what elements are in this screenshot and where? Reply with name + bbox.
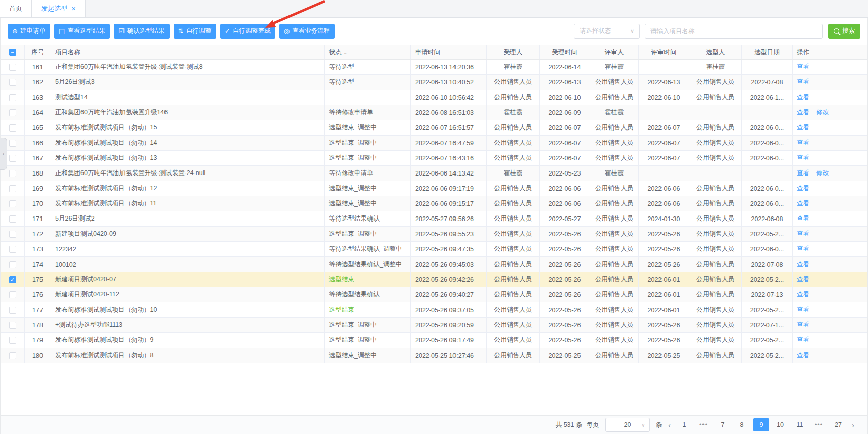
row-checkbox[interactable] — [9, 94, 16, 101]
view-link[interactable]: 查看 — [797, 230, 809, 238]
page-ellipsis[interactable]: ••• — [695, 418, 712, 431]
view-link[interactable]: 查看 — [797, 306, 809, 314]
self-adjust-complete-button[interactable]: ✓ 自行调整完成 — [220, 24, 275, 39]
search-icon — [834, 28, 839, 34]
actions-cell: 查看 — [793, 181, 867, 196]
handle-time-cell: 2022-06-13 — [540, 75, 590, 90]
col-header-seq: 序号 — [25, 45, 51, 59]
toolbar-buttons: ⊕ 建申请单 ▤ 查看选型结果 ☑ 确认选型结果 ⇅ 自行调整 ✓ 自行调整完成… — [8, 24, 339, 39]
view-link[interactable]: 查看 — [797, 199, 809, 208]
table-row: 168 正和集团60万吨年汽油加氢装置升级-测试装置-24-null 等待修改申… — [1, 166, 867, 181]
review-time-cell — [639, 60, 689, 74]
selector-cell: 公用销售人员 — [689, 333, 742, 348]
row-checkbox[interactable] — [9, 291, 16, 298]
row-checkbox[interactable] — [9, 337, 16, 344]
reviewer-cell: 公用销售人员 — [590, 136, 639, 150]
project-name-cell: 5月26日测试3 — [51, 75, 325, 90]
collapse-drawer-handle[interactable]: ‹ — [0, 138, 7, 170]
edit-link[interactable]: 修改 — [816, 169, 829, 178]
view-link[interactable]: 查看 — [797, 260, 809, 269]
seq-cell: 169 — [25, 181, 51, 196]
close-icon[interactable]: ✕ — [71, 6, 76, 12]
view-link[interactable]: 查看 — [797, 123, 809, 132]
row-checkbox[interactable] — [9, 231, 16, 238]
view-link[interactable]: 查看 — [797, 214, 809, 223]
view-link[interactable]: 查看 — [797, 63, 809, 71]
row-checkbox[interactable] — [9, 200, 16, 207]
view-link[interactable]: 查看 — [797, 169, 809, 178]
tab-home[interactable]: 首页 — [0, 0, 32, 17]
view-link[interactable]: 查看 — [797, 336, 809, 344]
project-name-cell: 新建项目测试0420-09 — [51, 227, 325, 241]
view-link[interactable]: 查看 — [797, 108, 809, 117]
tab-initiate-selection[interactable]: 发起选型 ✕ — [32, 0, 86, 17]
view-selection-result-button[interactable]: ▤ 查看选型结果 — [54, 24, 110, 39]
view-link[interactable]: 查看 — [797, 245, 809, 253]
seq-cell: 164 — [25, 105, 51, 120]
view-link[interactable]: 查看 — [797, 139, 809, 147]
row-checkbox[interactable] — [9, 322, 16, 329]
row-checkbox[interactable]: ✓ — [9, 276, 16, 283]
search-button[interactable]: 搜索 — [828, 24, 860, 39]
select-date-cell: 2022-07-08 — [742, 75, 793, 90]
handler-cell: 公用销售人员 — [487, 75, 540, 90]
page-button-27[interactable]: 27 — [830, 418, 846, 431]
row-checkbox[interactable] — [9, 246, 16, 253]
handle-time-cell: 2022-05-26 — [540, 242, 590, 256]
self-adjust-button[interactable]: ⇅ 自行调整 — [174, 24, 216, 39]
view-business-flow-button[interactable]: ◎ 查看业务流程 — [279, 24, 335, 39]
row-checkbox[interactable] — [9, 109, 16, 116]
page-button-10[interactable]: 10 — [772, 418, 789, 431]
row-checkbox[interactable] — [9, 215, 16, 223]
handle-time-cell: 2022-05-23 — [540, 166, 590, 181]
row-checkbox[interactable] — [9, 124, 16, 132]
row-checkbox[interactable] — [9, 352, 16, 359]
select-date-cell: 2022-06-0... — [742, 181, 793, 196]
row-checkbox[interactable] — [9, 185, 16, 192]
row-checkbox[interactable] — [9, 155, 16, 162]
status-select[interactable]: 请选择状态 ∨ — [574, 24, 640, 39]
page-ellipsis[interactable]: ••• — [811, 418, 827, 431]
select-all-checkbox[interactable]: − — [9, 49, 16, 56]
handler-cell: 公用销售人员 — [487, 302, 540, 317]
edit-link[interactable]: 修改 — [816, 108, 829, 117]
view-link[interactable]: 查看 — [797, 351, 809, 360]
next-page-button[interactable]: › — [852, 421, 854, 429]
row-checkbox[interactable] — [9, 79, 16, 86]
col-header-status[interactable]: 状态 ⌄ — [325, 45, 411, 59]
page-button-9[interactable]: 9 — [753, 418, 769, 431]
seq-cell: 170 — [25, 196, 51, 211]
selector-cell: 公用销售人员 — [689, 151, 742, 165]
reviewer-cell: 公用销售人员 — [590, 151, 639, 165]
view-link[interactable]: 查看 — [797, 321, 809, 329]
reviewer-cell: 霍桂霞 — [590, 166, 639, 181]
view-link[interactable]: 查看 — [797, 93, 809, 102]
view-link[interactable]: 查看 — [797, 275, 809, 284]
row-checkbox[interactable] — [9, 170, 16, 177]
table-body: 161 正和集团60万吨年汽油加氢装置升级-测试装置-测试8 等待选型 2022… — [1, 60, 867, 363]
actions-cell: 查看 — [793, 302, 867, 317]
row-checkbox[interactable] — [9, 261, 16, 268]
apply-time-cell: 2022-05-25 10:27:46 — [411, 348, 487, 363]
apply-time-cell: 2022-06-07 16:47:59 — [411, 136, 487, 150]
page-button-1[interactable]: 1 — [676, 418, 692, 431]
row-checkbox[interactable] — [9, 307, 16, 314]
row-checkbox[interactable] — [9, 140, 16, 147]
view-link[interactable]: 查看 — [797, 184, 809, 193]
page-button-7[interactable]: 7 — [715, 418, 731, 431]
actions-cell: 查看 — [793, 257, 867, 272]
status-cell: 选型结束_调整中 — [325, 120, 411, 135]
handler-cell: 公用销售人员 — [487, 120, 540, 135]
prev-page-button[interactable]: ‹ — [668, 421, 671, 429]
page-button-8[interactable]: 8 — [734, 418, 750, 431]
page-button-11[interactable]: 11 — [792, 418, 808, 431]
confirm-selection-result-button[interactable]: ☑ 确认选型结果 — [114, 24, 170, 39]
selector-cell: 公用销售人员 — [689, 318, 742, 332]
row-checkbox[interactable] — [9, 64, 16, 71]
view-link[interactable]: 查看 — [797, 154, 809, 162]
create-request-button[interactable]: ⊕ 建申请单 — [8, 24, 50, 39]
page-size-select[interactable]: 20 ∨ — [605, 418, 650, 432]
view-link[interactable]: 查看 — [797, 290, 809, 299]
view-link[interactable]: 查看 — [797, 78, 809, 86]
project-name-input[interactable] — [645, 24, 823, 39]
